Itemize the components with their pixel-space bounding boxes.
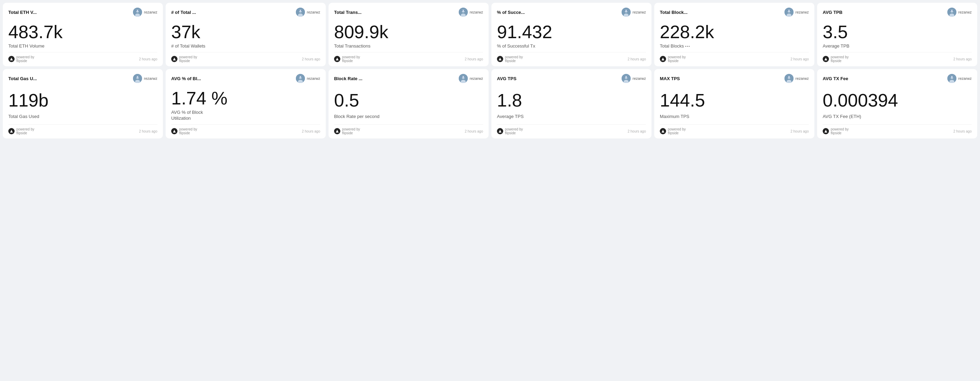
card-label-total-gas-used: Total Gas Used bbox=[8, 114, 158, 120]
card-header-block-rate: Block Rate ... rezarwz bbox=[334, 74, 483, 83]
timestamp-block-rate: 2 hours ago bbox=[465, 129, 483, 133]
avatar-max-tps bbox=[784, 74, 794, 83]
flipside-logo-total-wallets bbox=[171, 56, 177, 62]
card-title-avg-tps: AVG TPS bbox=[497, 76, 516, 81]
card-author-total-eth-volume: rezarwz bbox=[133, 8, 158, 17]
card-footer-avg-pct-block-util: powered byflipside 2 hours ago bbox=[171, 124, 320, 135]
svg-point-48 bbox=[625, 77, 625, 78]
card-author-total-gas-used: rezarwz bbox=[133, 74, 158, 83]
avatar-pct-successful bbox=[622, 8, 631, 17]
card-total-eth-volume: Total ETH V... rezarwz 483.7k Total ETH … bbox=[3, 3, 163, 66]
powered-by-text-total-eth-volume: powered byflipside bbox=[16, 55, 34, 63]
flipside-logo-avg-tps bbox=[497, 128, 503, 134]
svg-point-23 bbox=[788, 10, 788, 11]
avatar-avg-tps bbox=[622, 74, 631, 83]
avatar-total-transactions bbox=[459, 8, 468, 17]
timestamp-avg-tps: 2 hours ago bbox=[627, 129, 646, 133]
card-header-total-eth-volume: Total ETH V... rezarwz bbox=[8, 8, 158, 17]
card-header-avg-tx-fee: AVG TX Fee rezarwz bbox=[822, 74, 972, 83]
card-title-avg-tpb: AVG TPB bbox=[822, 10, 843, 15]
powered-by-text-total-blocks: powered byflipside bbox=[668, 55, 686, 63]
card-value-avg-pct-block-util: 1.74 % bbox=[171, 84, 320, 110]
svg-point-54 bbox=[790, 77, 791, 78]
powered-by-avg-tx-fee: powered byflipside bbox=[822, 127, 849, 135]
card-avg-tps: AVG TPS rezarwz 1.8 Average TPS powered … bbox=[492, 69, 651, 138]
card-label-max-tps: Maximum TPS bbox=[660, 114, 809, 120]
svg-point-34 bbox=[138, 77, 139, 78]
author-name-total-gas-used: rezarwz bbox=[144, 76, 158, 81]
timestamp-pct-successful: 2 hours ago bbox=[627, 57, 646, 61]
timestamp-total-wallets: 2 hours ago bbox=[302, 57, 320, 61]
svg-point-39 bbox=[301, 77, 302, 78]
avatar-total-wallets bbox=[296, 8, 305, 17]
card-header-avg-pct-block-util: AVG % of Bl... rezarwz bbox=[171, 74, 320, 83]
card-value-total-gas-used: 119b bbox=[8, 86, 158, 112]
card-footer-total-wallets: powered byflipside 2 hours ago bbox=[171, 52, 320, 63]
card-author-max-tps: rezarwz bbox=[784, 74, 809, 83]
card-total-blocks: Total Block... rezarwz 228.2k Total Bloc… bbox=[654, 3, 815, 66]
avatar-total-blocks bbox=[784, 8, 794, 17]
card-author-avg-tps: rezarwz bbox=[622, 74, 646, 83]
card-label-avg-tx-fee: AVG TX Fee (ETH) bbox=[822, 114, 972, 120]
flipside-logo-pct-successful bbox=[497, 56, 503, 62]
author-name-block-rate: rezarwz bbox=[469, 76, 483, 81]
timestamp-total-gas-used: 2 hours ago bbox=[139, 129, 158, 133]
avatar-avg-pct-block-util bbox=[296, 74, 305, 83]
card-author-avg-tpb: rezarwz bbox=[947, 8, 972, 17]
svg-point-19 bbox=[627, 10, 627, 11]
card-label-total-blocks: Total Blocks bbox=[660, 43, 809, 49]
timestamp-avg-pct-block-util: 2 hours ago bbox=[302, 129, 320, 133]
card-title-max-tps: MAX TPS bbox=[660, 76, 680, 81]
card-max-tps: MAX TPS rezarwz 144.5 Maximum TPS powere… bbox=[654, 69, 815, 138]
flipside-logo-total-blocks bbox=[660, 56, 666, 62]
card-title-avg-pct-block-util: AVG % of Bl... bbox=[171, 76, 201, 81]
card-title-total-eth-volume: Total ETH V... bbox=[8, 10, 37, 15]
powered-by-total-eth-volume: powered byflipside bbox=[8, 55, 34, 63]
card-label-block-rate: Block Rate per second bbox=[334, 114, 483, 120]
card-value-total-transactions: 809.9k bbox=[334, 18, 483, 43]
author-name-avg-tpb: rezarwz bbox=[958, 10, 972, 14]
card-footer-avg-tx-fee: powered byflipside 2 hours ago bbox=[822, 124, 972, 135]
card-block-rate: Block Rate ... rezarwz 0.5 Block Rate pe… bbox=[329, 69, 488, 138]
card-author-total-transactions: rezarwz bbox=[459, 8, 483, 17]
card-footer-block-rate: powered byflipside 2 hours ago bbox=[334, 124, 483, 135]
card-header-total-wallets: # of Total ... rezarwz bbox=[171, 8, 320, 17]
svg-point-18 bbox=[625, 10, 625, 11]
svg-point-58 bbox=[950, 77, 951, 78]
timestamp-total-transactions: 2 hours ago bbox=[465, 57, 483, 61]
filter-icon bbox=[685, 46, 690, 47]
svg-point-33 bbox=[136, 77, 137, 78]
powered-by-avg-pct-block-util: powered byflipside bbox=[171, 127, 197, 135]
dashboard-grid: Total ETH V... rezarwz 483.7k Total ETH … bbox=[3, 3, 977, 138]
author-name-avg-tps: rezarwz bbox=[632, 76, 646, 81]
author-name-max-tps: rezarwz bbox=[795, 76, 809, 81]
card-author-pct-successful: rezarwz bbox=[622, 8, 646, 17]
svg-point-13 bbox=[462, 10, 463, 11]
card-title-total-wallets: # of Total ... bbox=[171, 10, 196, 15]
flipside-logo-total-gas-used bbox=[8, 128, 14, 134]
author-name-total-transactions: rezarwz bbox=[469, 10, 483, 14]
avatar-total-eth-volume bbox=[133, 8, 142, 17]
card-avg-pct-block-util: AVG % of Bl... rezarwz 1.74 % AVG % of B… bbox=[165, 69, 326, 138]
timestamp-avg-tx-fee: 2 hours ago bbox=[953, 129, 972, 133]
card-footer-total-eth-volume: powered byflipside 2 hours ago bbox=[8, 52, 158, 63]
timestamp-total-eth-volume: 2 hours ago bbox=[139, 57, 158, 61]
card-pct-successful: % of Succe... rezarwz 91.432 % of Succes… bbox=[492, 3, 651, 66]
card-footer-avg-tps: powered byflipside 2 hours ago bbox=[497, 124, 646, 135]
powered-by-avg-tpb: powered byflipside bbox=[822, 55, 849, 63]
card-label-total-wallets: # of Total Wallets bbox=[171, 43, 320, 49]
powered-by-max-tps: powered byflipside bbox=[660, 127, 686, 135]
powered-by-total-transactions: powered byflipside bbox=[334, 55, 360, 63]
card-label-total-transactions: Total Transactions bbox=[334, 43, 483, 49]
powered-by-text-total-transactions: powered byflipside bbox=[342, 55, 360, 63]
card-value-pct-successful: 91.432 bbox=[497, 18, 646, 43]
card-footer-total-transactions: powered byflipside 2 hours ago bbox=[334, 52, 483, 63]
svg-point-29 bbox=[953, 10, 953, 11]
card-value-block-rate: 0.5 bbox=[334, 86, 483, 112]
card-title-total-blocks: Total Block... bbox=[660, 10, 687, 15]
card-label-pct-successful: % of Successful Tx bbox=[497, 43, 646, 49]
powered-by-block-rate: powered byflipside bbox=[334, 127, 360, 135]
powered-by-text-avg-tpb: powered byflipside bbox=[830, 55, 849, 63]
avatar-avg-tpb bbox=[947, 8, 956, 17]
powered-by-total-gas-used: powered byflipside bbox=[8, 127, 34, 135]
